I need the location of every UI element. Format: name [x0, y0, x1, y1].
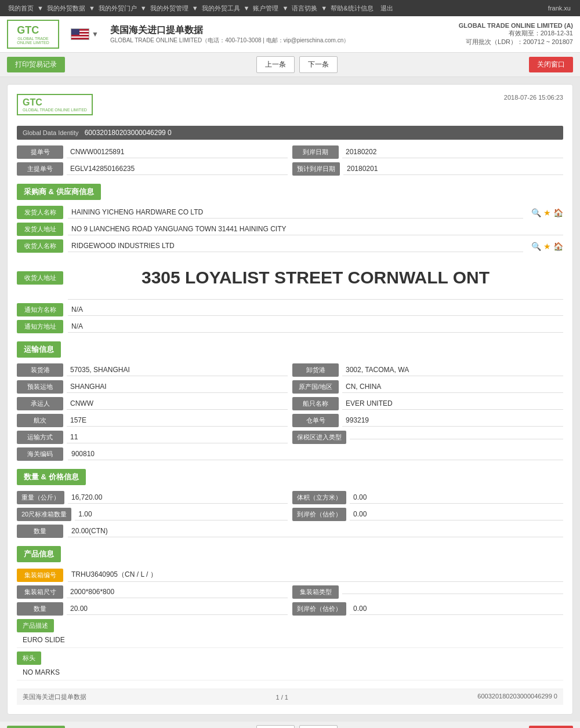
container20-label: 20尺标准箱数量	[17, 508, 71, 521]
nav-help[interactable]: 帮助&统计信息	[327, 4, 376, 13]
home-icon-2[interactable]: 🏠	[553, 242, 563, 251]
container-no-pair: 仓单号 993219	[292, 414, 563, 427]
identity-label: Global Data Identity	[23, 129, 79, 136]
product-desc-value: EURO SLIDE	[17, 632, 563, 648]
close-button-bottom[interactable]: 关闭窗口	[529, 726, 573, 728]
top-nav: 我的首页 ▼ 我的外贸数据 ▼ 我的外贸门户 ▼ 我的外贸管理 ▼ 我的外贸工具…	[0, 0, 580, 16]
logo-company: GLOBAL TRADEONLINE LIMITED	[17, 37, 49, 45]
load-place-value: SHANGHAI	[67, 381, 288, 393]
voyage-value: 157E	[67, 414, 288, 427]
shipper-icons: 🔍 ★ 🏠	[531, 208, 563, 217]
load-port-label: 装货港	[17, 363, 63, 377]
supplier-section: 采购商 & 供应商信息 发货人名称 HAINING YICHENG HARDWA…	[17, 184, 563, 333]
search-icon[interactable]: 🔍	[531, 208, 541, 217]
arrive-pair: 到岸日期 20180202	[292, 145, 563, 159]
port-row: 装货港 57035, SHANGHAI 卸货港 3002, TACOMA, WA	[17, 363, 563, 377]
volume-label: 体积（立方米）	[292, 491, 346, 504]
product-section: 产品信息 集装箱编号 TRHU3640905（CN / L / ） 集装箱尺寸 …	[17, 546, 563, 680]
card-logo: GTC GLOBAL TRADE ONLINE LIMITED	[17, 94, 93, 115]
detail-card: GTC GLOBAL TRADE ONLINE LIMITED 2018-07-…	[7, 84, 573, 715]
home-icon[interactable]: 🏠	[553, 208, 563, 217]
prev-button[interactable]: 上一条	[256, 56, 295, 73]
voyage-container-row: 航次 157E 仓单号 993219	[17, 414, 563, 427]
us-flag	[71, 28, 89, 40]
consignee-addr-label: 收货人地址	[17, 271, 63, 285]
arrive-date-label: 到岸日期	[292, 145, 339, 159]
ftz-type-label: 保税区进入类型	[292, 431, 346, 444]
container-size-type-row: 集装箱尺寸 2000*806*800 集装箱类型	[17, 585, 563, 599]
nav-account[interactable]: 账户管理	[249, 4, 282, 13]
product-section-header: 产品信息	[17, 546, 61, 562]
container-no-value-p: TRHU3640905（CN / L / ）	[68, 568, 563, 582]
weight-pair: 重量（公斤） 16,720.00	[17, 491, 288, 504]
origin-pair: 原产国/地区 CN, CHINA	[292, 380, 563, 394]
carrier-pair: 承运人 CNWW	[17, 397, 288, 410]
container-size-value: 2000*806*800	[67, 586, 288, 598]
prod-qty-price-row: 数量 20.00 到岸价（估价） 0.00	[17, 602, 563, 616]
notify-addr-value: N/A	[68, 321, 563, 333]
container20-price-row: 20尺标准箱数量 1.00 到岸价（估价） 0.00	[17, 508, 563, 521]
notify-addr-label: 通知方地址	[17, 320, 63, 333]
est-arrive-label: 预计到岸日期	[292, 162, 340, 176]
close-button[interactable]: 关闭窗口	[529, 57, 573, 72]
next-button-bottom[interactable]: 下一条	[299, 725, 338, 728]
place-origin-row: 预装运地 SHANGHAI 原产国/地区 CN, CHINA	[17, 380, 563, 394]
consignee-name-label: 收货人名称	[17, 239, 63, 253]
identity-value: 600320180203000046299 0	[85, 129, 172, 137]
nav-tools[interactable]: 我的外贸工具	[198, 4, 244, 13]
customs-row: 海关编码 900810	[17, 447, 563, 461]
flag-dropdown[interactable]: ▼	[92, 30, 99, 38]
prev-button-bottom[interactable]: 上一条	[256, 725, 295, 728]
unload-port-value: 3002, TACOMA, WA	[342, 364, 563, 376]
customs-label: 海关编码	[17, 447, 63, 461]
flag-area: ▼	[71, 28, 99, 40]
card-footer-id: 600320180203000046299 0	[477, 693, 557, 701]
star-icon[interactable]: ★	[543, 208, 551, 217]
page-title: 美国海关进口提单数据	[110, 24, 349, 37]
carrier-value: CNWW	[67, 398, 288, 410]
arrive-date-value: 20180202	[342, 146, 563, 158]
header-right: GLOBAL TRADE ONLINE LIMITED (A) 有效期至：201…	[459, 22, 573, 46]
shipper-name-value: HAINING YICHENG HARDWARE CO LTD	[68, 206, 523, 219]
unload-port-pair: 卸货港 3002, TACOMA, WA	[292, 363, 563, 377]
shipper-name-label: 发货人名称	[17, 206, 63, 219]
search-icon-2[interactable]: 🔍	[531, 242, 541, 251]
nav-language[interactable]: 语言切换	[288, 4, 321, 13]
timestamp: 2018-07-26 15:06:23	[504, 94, 563, 101]
nav-manage[interactable]: 我的外贸管理	[147, 4, 192, 13]
next-button[interactable]: 下一条	[299, 56, 338, 73]
print-button[interactable]: 打印贸易记录	[7, 57, 65, 72]
notify-addr-row: 通知方地址 N/A	[17, 320, 563, 333]
weight-label: 重量（公斤）	[17, 491, 64, 504]
user-display: frank.xu	[548, 5, 575, 12]
transport-section-header: 运输信息	[17, 341, 61, 358]
nav-home[interactable]: 我的首页	[5, 4, 37, 13]
star-icon-2[interactable]: ★	[543, 242, 551, 251]
nav-portal[interactable]: 我的外贸门户	[95, 4, 140, 13]
shipper-addr-row: 发货人地址 NO 9 LIANCHENG ROAD YANGUANG TOWN …	[17, 223, 563, 236]
prod-qty-label: 数量	[17, 602, 63, 616]
transport-section: 运输信息 装货港 57035, SHANGHAI 卸货港 3002, TACOM…	[17, 341, 563, 461]
qty-label: 数量	[17, 525, 63, 538]
nav-data[interactable]: 我的外贸数据	[44, 4, 89, 13]
identity-row: Global Data Identity 6003201802030000462…	[17, 126, 563, 140]
prod-price-label: 到岸价（估价）	[292, 602, 346, 616]
customs-value: 900810	[68, 448, 563, 460]
origin-country-label: 原产国/地区	[292, 380, 339, 394]
ldr-info: 可用批次（LDR）：200712 ~ 201807	[459, 38, 573, 46]
master-pair: 主提单号 EGLV142850166235	[17, 162, 288, 176]
container-type-pair: 集装箱类型	[292, 585, 563, 599]
weight-value: 16,720.00	[68, 492, 288, 504]
container-type-label: 集装箱类型	[292, 585, 339, 599]
valid-until: 有效期至：2018-12-31	[459, 29, 573, 38]
master-est-row: 主提单号 EGLV142850166235 预计到岸日期 20180201	[17, 162, 563, 176]
nav-logout[interactable]: 退出	[377, 4, 397, 13]
unload-port-label: 卸货港	[292, 363, 339, 377]
vessel-value: EVER UNITED	[342, 398, 563, 410]
load-place-label: 预装运地	[17, 380, 63, 394]
consignee-name-value: RIDGEWOOD INDUSTRIES LTD	[68, 240, 523, 252]
print-button-bottom[interactable]: 打印贸易记录	[7, 726, 65, 728]
voyage-label: 航次	[17, 414, 63, 427]
ftz-type-value	[350, 435, 563, 439]
company-name: GLOBAL TRADE ONLINE LIMITED (A)	[459, 22, 573, 29]
